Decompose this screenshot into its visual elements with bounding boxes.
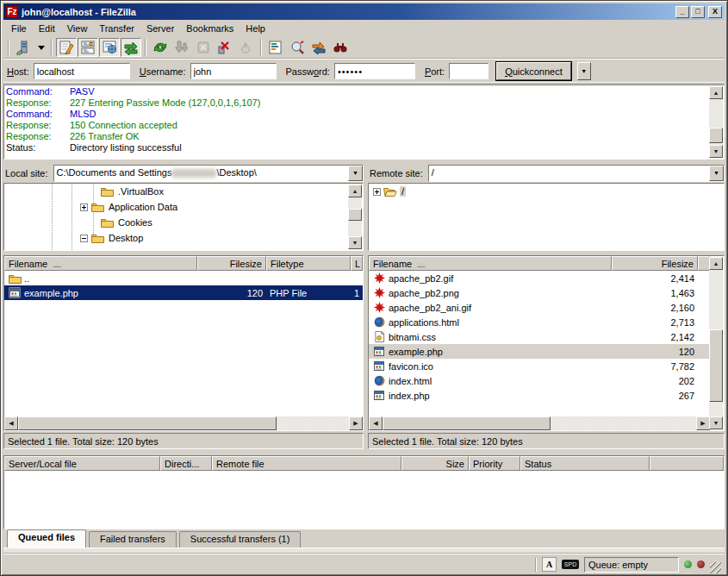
expand-plus-icon[interactable] xyxy=(80,203,88,211)
tree-item[interactable]: Application Data xyxy=(4,199,363,215)
scroll-right-arrow[interactable]: ▶ xyxy=(349,416,363,430)
reconnect-button[interactable] xyxy=(236,38,257,57)
file-row[interactable]: bitnami.css 2,142 xyxy=(369,329,710,344)
scroll-down-arrow[interactable]: ▼ xyxy=(709,416,723,429)
local-directory-tree[interactable]: .VirtualBox Application Data Cookies Des… xyxy=(3,183,364,251)
remote-site-combobox[interactable]: / ▼ xyxy=(428,165,725,182)
synchronized-browsing-button[interactable] xyxy=(308,38,329,57)
toggle-queue-button[interactable] xyxy=(121,38,141,57)
column-filetype[interactable]: Filetype xyxy=(266,256,351,271)
file-row[interactable]: applications.html 2,713 xyxy=(369,315,710,329)
file-row[interactable]: apache_pb2.gif 2,414 xyxy=(369,271,710,285)
resize-grip[interactable] xyxy=(710,562,721,573)
combo-dropdown-icon[interactable]: ▼ xyxy=(348,166,363,181)
file-row[interactable]: index.html 202 xyxy=(369,373,710,388)
scrollbar-thumb[interactable] xyxy=(709,128,723,143)
scroll-up-arrow[interactable]: ▲ xyxy=(348,185,362,197)
site-manager-dropdown-button[interactable] xyxy=(34,38,47,57)
minimize-button[interactable]: _ xyxy=(675,6,689,18)
log-vertical-scrollbar[interactable]: ▲ ▼ xyxy=(709,86,723,158)
scroll-down-arrow[interactable]: ▼ xyxy=(348,236,362,249)
file-row-updir[interactable]: .. xyxy=(4,271,363,285)
toggle-remote-tree-button[interactable] xyxy=(99,38,120,57)
tree-item[interactable]: .VirtualBox xyxy=(4,184,363,199)
scrollbar-thumb[interactable] xyxy=(383,416,551,430)
file-row-selected[interactable]: example.php 120 PHP File 1 xyxy=(4,285,363,300)
menu-view[interactable]: View xyxy=(61,22,94,35)
column-status[interactable]: Status xyxy=(520,456,650,471)
menu-edit[interactable]: Edit xyxy=(33,22,61,35)
refresh-icon xyxy=(152,40,168,55)
scroll-left-arrow[interactable]: ◀ xyxy=(369,416,383,430)
scroll-right-arrow[interactable]: ▶ xyxy=(696,416,710,430)
scroll-up-arrow[interactable]: ▲ xyxy=(709,86,723,99)
file-row-selected[interactable]: example.php 120 xyxy=(369,344,710,359)
column-size[interactable]: Size xyxy=(401,456,469,471)
local-tree-vertical-scrollbar[interactable]: ▲ ▼ xyxy=(348,185,362,249)
expand-minus-icon[interactable] xyxy=(80,235,88,242)
scroll-down-arrow[interactable]: ▼ xyxy=(709,145,723,158)
local-site-combobox[interactable]: C:\Documents and Settings\Desktop\ ▼ xyxy=(53,165,364,182)
find-files-button[interactable] xyxy=(330,38,351,57)
php-file-icon xyxy=(8,287,22,299)
directory-comparison-button[interactable] xyxy=(287,38,308,57)
tab-queued-files[interactable]: Queued files xyxy=(7,529,86,548)
file-row[interactable]: apache_pb2.png 1,463 xyxy=(369,285,710,300)
scroll-up-arrow[interactable]: ▲ xyxy=(709,257,723,270)
quickconnect-button[interactable]: Quickconnect xyxy=(496,62,571,80)
combo-dropdown-icon[interactable]: ▼ xyxy=(709,166,724,181)
menu-server[interactable]: Server xyxy=(140,22,180,35)
scrollbar-thumb[interactable] xyxy=(348,209,362,221)
tree-item[interactable]: / xyxy=(369,184,724,199)
toggle-message-log-button[interactable] xyxy=(56,38,77,57)
cancel-icon xyxy=(196,40,211,55)
scrollbar-thumb[interactable] xyxy=(709,329,723,402)
transfer-type-indicator-icon[interactable]: A xyxy=(542,557,557,572)
toggle-local-tree-button[interactable] xyxy=(78,38,98,57)
close-button[interactable]: X xyxy=(708,6,722,18)
column-filesize[interactable]: Filesize xyxy=(612,256,698,271)
maximize-button[interactable]: □ xyxy=(691,6,705,18)
scrollbar-thumb[interactable] xyxy=(18,416,277,430)
toolbar-grip xyxy=(8,39,9,56)
speed-limit-indicator-icon[interactable]: SPD xyxy=(562,560,579,569)
column-direction[interactable]: Directi... xyxy=(160,456,212,471)
file-row[interactable]: favicon.ico 7,782 xyxy=(369,359,710,373)
file-row[interactable]: apache_pb2_ani.gif 2,160 xyxy=(369,300,710,315)
refresh-button[interactable] xyxy=(150,38,171,57)
tree-item[interactable]: Desktop xyxy=(4,230,363,246)
menu-transfer[interactable]: Transfer xyxy=(93,22,140,35)
tab-successful-transfers[interactable]: Successful transfers (1) xyxy=(179,531,302,548)
folder-icon xyxy=(90,201,104,213)
remote-vertical-scrollbar[interactable]: ▲ ▼ xyxy=(709,257,723,429)
column-filename[interactable]: Filename xyxy=(369,256,612,271)
column-priority[interactable]: Priority xyxy=(469,456,520,471)
filter-icon xyxy=(268,40,283,55)
local-horizontal-scrollbar[interactable]: ◀ ▶ xyxy=(4,416,363,430)
password-input[interactable] xyxy=(334,63,415,79)
filter-button[interactable] xyxy=(265,38,286,57)
expand-plus-icon[interactable] xyxy=(373,188,381,196)
quickconnect-dropdown-button[interactable]: ▼ xyxy=(577,62,591,80)
site-manager-button[interactable] xyxy=(13,38,34,57)
tree-item[interactable]: Cookies xyxy=(4,215,363,230)
file-row[interactable]: index.php 267 xyxy=(369,388,710,403)
menu-file[interactable]: File xyxy=(5,22,33,35)
column-filesize[interactable]: Filesize xyxy=(197,256,266,271)
scroll-left-arrow[interactable]: ◀ xyxy=(4,416,18,430)
cancel-operation-button[interactable] xyxy=(193,38,214,57)
column-server-local-file[interactable]: Server/Local file xyxy=(4,456,160,471)
remote-horizontal-scrollbar[interactable]: ◀ ▶ xyxy=(369,416,710,430)
disconnect-button[interactable] xyxy=(215,38,235,57)
column-filename[interactable]: Filename xyxy=(4,256,197,271)
port-input[interactable] xyxy=(449,63,488,79)
menu-help[interactable]: Help xyxy=(240,22,271,35)
tab-failed-transfers[interactable]: Failed transfers xyxy=(89,531,177,548)
menu-bookmarks[interactable]: Bookmarks xyxy=(180,22,240,35)
process-queue-button[interactable] xyxy=(171,38,192,57)
host-input[interactable] xyxy=(34,63,130,79)
column-last-modified[interactable]: L xyxy=(351,256,363,271)
remote-directory-tree[interactable]: / xyxy=(368,183,725,251)
column-remote-file[interactable]: Remote file xyxy=(212,456,401,471)
username-input[interactable] xyxy=(190,63,277,79)
